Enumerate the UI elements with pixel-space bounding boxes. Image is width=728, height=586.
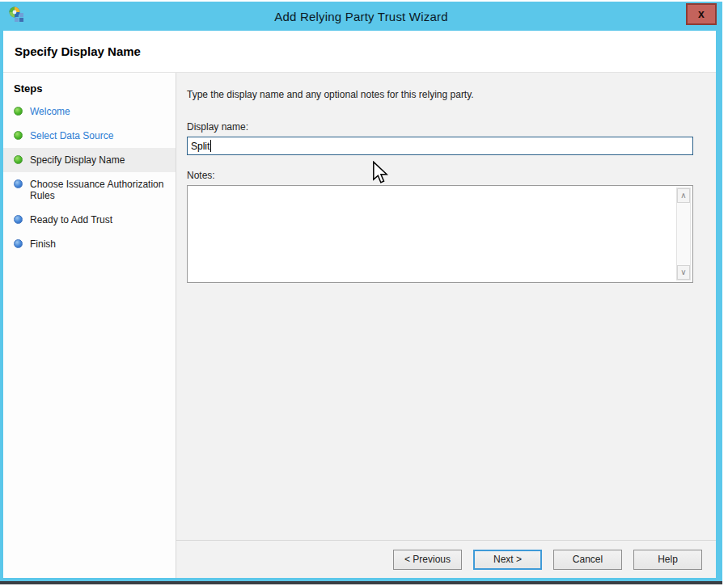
sidebar-item-finish[interactable]: Finish	[3, 232, 176, 256]
window-bottom-edge	[0, 581, 722, 584]
help-button[interactable]: Help	[633, 550, 702, 570]
sidebar-item-label: Specify Display Name	[30, 154, 125, 166]
step-status-icon	[14, 179, 23, 188]
step-status-icon	[14, 239, 23, 248]
close-button[interactable]: x	[686, 3, 717, 25]
next-button[interactable]: Next >	[473, 550, 542, 570]
step-status-icon	[14, 215, 23, 224]
sidebar-item-label: Select Data Source	[30, 130, 113, 141]
sidebar-item-label: Welcome	[30, 106, 70, 117]
window-title: Add Relying Party Trust Wizard	[0, 10, 722, 23]
scroll-up-icon[interactable]: ∧	[677, 188, 690, 203]
notes-textarea[interactable]: ∧ ∨	[187, 185, 693, 283]
wizard-footer: < Previous Next > Cancel Help	[176, 540, 716, 578]
adfs-app-icon	[7, 6, 27, 25]
cancel-button[interactable]: Cancel	[553, 550, 622, 570]
desktop: Add Relying Party Trust Wizard x Specify…	[0, 0, 728, 586]
sidebar-item-label: Ready to Add Trust	[30, 214, 112, 226]
sidebar-item-label: Finish	[30, 238, 56, 250]
previous-button[interactable]: < Previous	[393, 550, 462, 570]
steps-sidebar: Steps Welcome Select Data Source Specify…	[3, 73, 176, 578]
step-status-icon	[14, 107, 23, 116]
instruction-text: Type the display name and any optional n…	[187, 89, 693, 100]
titlebar[interactable]: Add Relying Party Trust Wizard x	[0, 2, 722, 31]
wizard-frame: Specify Display Name Steps Welcome Selec…	[3, 31, 716, 578]
page-header: Specify Display Name	[3, 31, 716, 73]
step-status-icon	[14, 131, 23, 140]
page-title: Specify Display Name	[15, 44, 141, 58]
sidebar-item-specify-display-name[interactable]: Specify Display Name	[3, 148, 176, 172]
display-name-input[interactable]	[187, 137, 693, 155]
steps-heading: Steps	[3, 81, 176, 99]
sidebar-item-welcome[interactable]: Welcome	[3, 99, 176, 124]
wizard-window: Add Relying Party Trust Wizard x Specify…	[0, 2, 722, 584]
notes-scrollbar[interactable]: ∧ ∨	[676, 188, 691, 280]
sidebar-item-ready-to-add-trust[interactable]: Ready to Add Trust	[3, 208, 176, 232]
content-pane: Type the display name and any optional n…	[176, 73, 716, 578]
step-status-icon	[14, 155, 23, 164]
sidebar-item-select-data-source[interactable]: Select Data Source	[3, 124, 176, 148]
sidebar-item-label: Choose Issuance Authorization Rules	[30, 179, 171, 201]
sidebar-item-choose-issuance-authorization-rules[interactable]: Choose Issuance Authorization Rules	[3, 172, 176, 208]
display-name-label: Display name:	[187, 121, 693, 133]
text-caret	[210, 140, 211, 152]
notes-label: Notes:	[187, 170, 693, 181]
scroll-down-icon[interactable]: ∨	[677, 265, 690, 280]
